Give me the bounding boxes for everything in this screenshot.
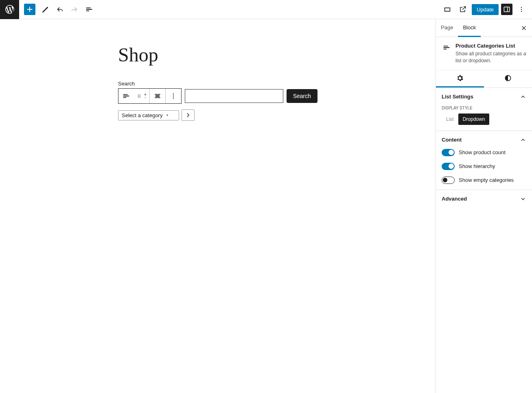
content-title: Content: [442, 137, 462, 143]
chevron-up-icon: [520, 137, 526, 143]
sidebar-tabs: Page Block: [436, 19, 532, 37]
category-select-label: Select a category: [122, 112, 162, 118]
top-bar: Update: [0, 0, 532, 19]
svg-point-12: [173, 96, 174, 97]
move-down-icon[interactable]: ▼: [144, 96, 147, 100]
search-label: Search: [118, 81, 317, 87]
display-dropdown-option[interactable]: Dropdown: [458, 114, 490, 125]
category-go-button[interactable]: [182, 109, 195, 121]
show-empty-label: Show empty categories: [459, 177, 514, 183]
content-panel: Content Show product count Show hierarch…: [436, 131, 532, 190]
add-block-button[interactable]: [24, 4, 35, 15]
block-sub-tabs: [436, 70, 532, 88]
svg-point-8: [138, 97, 139, 98]
list-settings-header[interactable]: List Settings: [442, 94, 526, 100]
search-row: ▲ ▼ Search: [118, 88, 317, 104]
move-up-icon[interactable]: ▲: [144, 92, 147, 96]
list-settings-title: List Settings: [442, 94, 473, 100]
block-title: Product Categories List: [455, 43, 526, 49]
advanced-title: Advanced: [442, 196, 467, 202]
align-button[interactable]: [150, 89, 165, 103]
tab-block[interactable]: Block: [458, 19, 481, 37]
show-hierarchy-label: Show hierarchy: [459, 163, 495, 169]
content-header[interactable]: Content: [442, 137, 526, 143]
settings-sidebar: Page Block Product Categories List Show …: [436, 19, 532, 393]
close-icon: [520, 24, 528, 32]
svg-point-5: [140, 94, 140, 95]
chevron-down-icon: [520, 196, 526, 202]
close-sidebar-button[interactable]: [519, 23, 529, 33]
wordpress-logo[interactable]: [0, 0, 19, 19]
svg-point-9: [140, 97, 140, 98]
block-description: Show all product categories as a list or…: [455, 50, 526, 64]
preview-external-icon[interactable]: [456, 3, 469, 16]
chevron-right-icon: [184, 111, 192, 119]
drag-icon: [136, 93, 142, 99]
display-list-option[interactable]: List: [442, 114, 458, 125]
document-overview-button[interactable]: [83, 3, 96, 16]
display-style-label: DISPLAY STYLE: [442, 106, 526, 110]
show-product-count-label: Show product count: [459, 149, 506, 155]
page-title[interactable]: Shop: [118, 44, 317, 66]
update-button[interactable]: Update: [472, 4, 499, 15]
svg-point-7: [140, 96, 140, 96]
category-row: Select a category: [118, 109, 317, 121]
styles-sub-tab[interactable]: [484, 70, 532, 87]
settings-sub-tab[interactable]: [436, 70, 484, 87]
block-toolbar: ▲ ▼: [118, 88, 182, 104]
top-left: [0, 0, 96, 19]
block-card-icon: [442, 43, 451, 52]
chevron-down-icon: [165, 113, 170, 118]
block-mover[interactable]: ▲ ▼: [134, 89, 149, 103]
svg-point-1: [521, 7, 522, 8]
gear-icon: [456, 74, 464, 82]
show-empty-toggle[interactable]: [442, 177, 455, 184]
svg-point-2: [521, 9, 522, 10]
styles-icon: [504, 74, 512, 82]
more-options-button[interactable]: [515, 3, 528, 16]
advanced-panel-header[interactable]: Advanced: [436, 190, 532, 208]
toolbar-buttons: [19, 3, 96, 16]
top-right: Update: [441, 3, 532, 16]
view-button[interactable]: [441, 3, 454, 16]
block-info: Product Categories List Show all product…: [436, 37, 532, 70]
tab-page[interactable]: Page: [436, 19, 458, 37]
list-settings-panel: List Settings DISPLAY STYLE List Dropdow…: [436, 88, 532, 131]
tools-button[interactable]: [39, 3, 52, 16]
svg-point-13: [173, 98, 174, 99]
svg-rect-10: [155, 95, 160, 96]
svg-point-6: [138, 96, 139, 96]
svg-point-4: [138, 94, 139, 95]
display-style-toggle: List Dropdown: [442, 114, 526, 125]
block-type-icon[interactable]: [118, 89, 134, 103]
main: Shop Search ▲ ▼: [0, 19, 532, 393]
settings-panel-toggle[interactable]: [501, 4, 512, 15]
block-more-button[interactable]: [166, 89, 181, 103]
svg-point-3: [521, 11, 522, 12]
search-input[interactable]: [185, 89, 283, 103]
svg-point-11: [173, 94, 174, 95]
editor-canvas[interactable]: Shop Search ▲ ▼: [0, 19, 436, 393]
show-product-count-toggle[interactable]: [442, 149, 455, 156]
show-hierarchy-toggle[interactable]: [442, 163, 455, 170]
search-button[interactable]: Search: [287, 89, 317, 103]
category-select[interactable]: Select a category: [118, 110, 179, 120]
svg-rect-0: [504, 7, 509, 12]
chevron-up-icon: [520, 94, 526, 100]
undo-button[interactable]: [53, 3, 66, 16]
redo-button[interactable]: [68, 3, 81, 16]
